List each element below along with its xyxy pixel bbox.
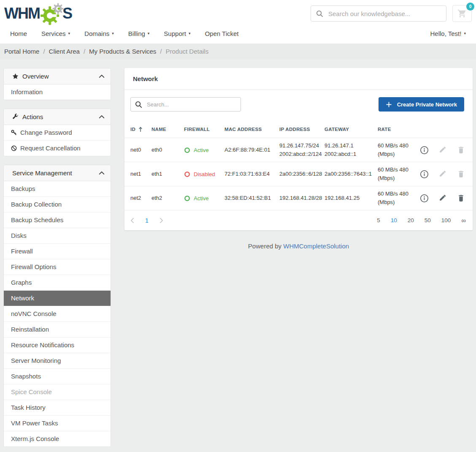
cell-name: eth2 <box>151 194 184 202</box>
cell-id: net2 <box>130 194 151 202</box>
status-ring-icon <box>184 147 190 153</box>
table-row: net0 eth0 Active A2:6F:88:79:4E:01 91.26… <box>124 138 473 162</box>
table-search-input[interactable] <box>146 101 236 108</box>
column-header-ip-address[interactable]: IP ADDRESS <box>279 127 325 132</box>
account-menu[interactable]: Hello, Test!▾ <box>430 30 466 37</box>
nav-item-home[interactable]: Home <box>10 30 27 37</box>
cell-id: net1 <box>130 170 151 178</box>
column-header-id[interactable]: ID <box>130 127 151 132</box>
pagination: 1 5 10 20 50 100 ∞ <box>124 210 473 230</box>
chevron-down-icon: ▾ <box>148 32 150 35</box>
column-header-gateway[interactable]: GATEWAY <box>325 127 378 132</box>
nav-item-billing[interactable]: Billing▾ <box>128 30 150 37</box>
page-size-10[interactable]: 10 <box>391 217 397 223</box>
sidebar-item-disks[interactable]: Disks <box>4 228 111 244</box>
logo-text-s: S <box>62 6 72 21</box>
cell-mac: 72:F1:03:71:63:E4 <box>224 170 279 178</box>
overview-panel: Overview Information <box>3 68 111 100</box>
key-icon <box>11 130 17 136</box>
column-header-rate[interactable]: RATE <box>378 127 415 132</box>
knowledgebase-search-input[interactable] <box>327 10 441 18</box>
info-icon[interactable] <box>420 194 429 203</box>
delete-icon[interactable] <box>457 146 466 155</box>
sidebar-item-task-history[interactable]: Task History <box>4 400 111 416</box>
page-number[interactable]: 1 <box>145 217 149 224</box>
edit-icon[interactable] <box>438 194 447 203</box>
sidebar-item-snapshots[interactable]: Snapshots <box>4 369 111 384</box>
edit-icon[interactable] <box>438 170 447 179</box>
delete-icon[interactable] <box>457 170 466 179</box>
wrench-icon <box>12 114 19 120</box>
sidebar-item-xtermjs-console[interactable]: Xterm.js Console <box>4 431 111 447</box>
whmcompletesolution-link[interactable]: WHMCompleteSolution <box>283 242 349 250</box>
sidebar-item-firewall[interactable]: Firewall <box>4 244 111 259</box>
info-icon[interactable] <box>420 146 429 155</box>
overview-panel-header[interactable]: Overview <box>4 68 111 84</box>
firewall-status: Disabled <box>184 171 224 177</box>
cell-rate: 60 MB/s 480 (Mbps) <box>378 142 415 158</box>
whmcs-logo[interactable]: WHM <box>4 4 72 23</box>
previous-page-icon[interactable] <box>130 218 134 223</box>
table-row: net2 eth2 Active 32:58:ED:41:52:B1 192.1… <box>124 186 473 210</box>
breadcrumb-my-products[interactable]: My Products & Services <box>89 48 156 55</box>
next-page-icon[interactable] <box>160 218 163 223</box>
service-management-panel: Service Management Backups Backup Collec… <box>3 165 111 447</box>
page-title: Network <box>124 68 473 90</box>
page-size-20[interactable]: 20 <box>408 217 414 223</box>
create-private-network-button[interactable]: Create Private Network <box>379 97 464 112</box>
cell-name: eth0 <box>151 146 184 154</box>
table-toolbar: Create Private Network <box>124 90 473 121</box>
breadcrumb-client-area[interactable]: Client Area <box>49 48 80 55</box>
footer: Powered by WHMCompleteSolution <box>124 242 473 250</box>
sidebar-item-resource-notifications[interactable]: Resource Notifications <box>4 338 111 353</box>
sidebar-item-backup-collection[interactable]: Backup Collection <box>4 197 111 212</box>
breadcrumb-separator: / <box>84 48 85 55</box>
sidebar-item-network[interactable]: Network <box>4 291 111 306</box>
breadcrumb-separator: / <box>160 48 162 55</box>
cart-button[interactable]: 0 <box>452 5 472 22</box>
sidebar-item-vm-power-tasks[interactable]: VM Power Tasks <box>4 416 111 431</box>
column-header-name[interactable]: NAME <box>151 127 184 132</box>
nav-item-services[interactable]: Services▾ <box>41 30 70 37</box>
sidebar-item-reinstallation[interactable]: Reinstallation <box>4 322 111 338</box>
sidebar-item-novnc-console[interactable]: noVNC Console <box>4 306 111 322</box>
sidebar-item-server-monitoring[interactable]: Server Monitoring <box>4 353 111 369</box>
page-size-100[interactable]: 100 <box>441 217 451 223</box>
cell-rate: 60 MB/s 480 (Mbps) <box>378 190 415 207</box>
actions-panel-header[interactable]: Actions <box>4 109 111 125</box>
edit-icon[interactable] <box>438 146 447 155</box>
service-management-panel-header[interactable]: Service Management <box>4 165 111 181</box>
sidebar-item-information[interactable]: Information <box>4 84 111 100</box>
firewall-status: Active <box>184 195 224 201</box>
sidebar-item-request-cancellation[interactable]: Request Cancellation <box>4 141 111 156</box>
breadcrumb-portal-home[interactable]: Portal Home <box>4 48 39 55</box>
nav-item-open-ticket[interactable]: Open Ticket <box>205 30 238 37</box>
sidebar-item-change-password[interactable]: Change Password <box>4 125 111 141</box>
cart-icon <box>457 9 467 18</box>
breadcrumb: Portal Home / Client Area / My Products … <box>0 44 476 59</box>
search-icon <box>316 10 323 17</box>
nav-item-support[interactable]: Support▾ <box>164 30 190 37</box>
cell-mac: 32:58:ED:41:52:B1 <box>224 194 279 202</box>
sidebar-item-spice-console[interactable]: Spice Console <box>4 384 111 400</box>
column-header-mac-address[interactable]: MAC ADDRESS <box>224 127 279 132</box>
sidebar-item-backup-schedules[interactable]: Backup Schedules <box>4 212 111 228</box>
sidebar-item-backups[interactable]: Backups <box>4 181 111 197</box>
page-size-50[interactable]: 50 <box>425 217 431 223</box>
cell-mac: A2:6F:88:79:4E:01 <box>224 146 279 154</box>
cell-gateway: 91.26.147.1 2002:abcd::1 <box>325 142 378 158</box>
network-panel: Network Create Private Network <box>124 68 473 230</box>
sidebar-item-graphs[interactable]: Graphs <box>4 275 111 291</box>
chevron-down-icon: ▾ <box>112 32 114 35</box>
column-header-firewall[interactable]: FIREWALL <box>184 127 224 132</box>
sidebar-item-firewall-options[interactable]: Firewall Options <box>4 259 111 275</box>
info-icon[interactable] <box>420 170 429 179</box>
chevron-down-icon: ▾ <box>68 32 70 35</box>
star-icon <box>12 73 19 79</box>
page-size-5[interactable]: 5 <box>377 217 380 223</box>
sidebar: Overview Information Actions <box>3 68 111 452</box>
nav-item-domains[interactable]: Domains▾ <box>84 30 114 37</box>
page-size-unlimited[interactable]: ∞ <box>461 217 466 224</box>
status-label: Active <box>194 195 208 201</box>
delete-icon[interactable] <box>457 194 466 203</box>
